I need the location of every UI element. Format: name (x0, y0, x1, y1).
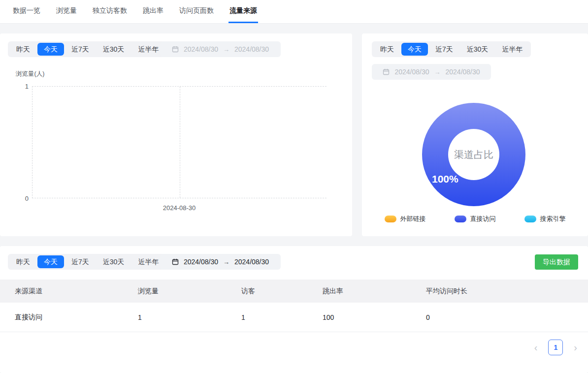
date-range-picker-left[interactable]: 2024/08/30 → 2024/08/30 (160, 41, 281, 57)
channel-share-panel: 昨天 今天 近7天 近30天 近半年 2024/08/30 → 2024/08/… (362, 33, 588, 236)
donut-center: 渠道占比 (448, 129, 499, 180)
legend-swatch-cyan (524, 216, 536, 222)
pageviews-chart-panel: 昨天 今天 近7天 近30天 近半年 2024/08/30 → 2024/08/… (0, 33, 352, 236)
donut-legend: 外部链接 直接访问 搜索引擎 (362, 215, 588, 223)
filter-yesterday[interactable]: 昨天 (10, 255, 36, 268)
col-header-views: 浏览量 (138, 287, 241, 296)
filter-last7days[interactable]: 近7天 (429, 43, 459, 56)
filter-last7days[interactable]: 近7天 (65, 43, 96, 56)
line-chart-plot-area (32, 86, 327, 198)
export-data-button[interactable]: 导出数据 (535, 254, 578, 270)
date-arrow-icon: → (223, 46, 229, 53)
date-range-picker-bottom[interactable]: 2024/08/30 → 2024/08/30 (160, 254, 281, 270)
cell-avg-duration: 0 (426, 313, 588, 321)
legend-label: 直接访问 (470, 215, 496, 223)
x-gridline (180, 87, 180, 198)
date-range-picker-right[interactable]: 2024/08/30 → 2024/08/30 (372, 64, 491, 80)
filter-yesterday[interactable]: 昨天 (374, 43, 400, 56)
date-arrow-icon: → (434, 68, 441, 76)
top-tabbar: 数据一览 浏览量 独立访客数 跳出率 访问页面数 流量来源 (0, 0, 588, 24)
donut-slice-value: 100% (432, 173, 458, 185)
filter-last30days[interactable]: 近30天 (97, 255, 131, 268)
filter-yesterday[interactable]: 昨天 (10, 43, 36, 56)
cell-bounce-rate: 100 (323, 313, 426, 321)
filter-today[interactable]: 今天 (401, 43, 428, 56)
tab-bounce-rate[interactable]: 跳出率 (142, 0, 164, 23)
calendar-icon (172, 258, 179, 265)
legend-swatch-blue (455, 216, 466, 222)
tab-traffic-source[interactable]: 流量来源 (229, 0, 258, 23)
filter-last30days[interactable]: 近30天 (460, 43, 495, 56)
y-tick-min: 0 (9, 195, 29, 202)
legend-item-external-links[interactable]: 外部链接 (385, 215, 426, 223)
y-axis-title: 浏览量(人) (16, 70, 44, 78)
date-end: 2024/08/30 (234, 45, 269, 53)
col-header-visitors: 访客 (241, 287, 323, 296)
legend-label: 外部链接 (400, 215, 426, 223)
next-page-icon[interactable]: › (574, 342, 577, 352)
source-channel-table: 来源渠道 浏览量 访客 跳出率 平均访问时长 直接访问 1 1 100 0 (0, 280, 588, 332)
tab-pageviews[interactable]: 浏览量 (55, 0, 78, 23)
tab-unique-visitors[interactable]: 独立访客数 (92, 0, 128, 23)
cell-views: 1 (138, 313, 241, 321)
calendar-icon (383, 68, 390, 75)
filter-today[interactable]: 今天 (37, 255, 64, 268)
date-filter-group-left: 昨天 今天 近7天 近30天 近半年 (8, 41, 167, 57)
legend-item-search-engine[interactable]: 搜索引擎 (524, 215, 566, 223)
date-filter-group-right: 昨天 今天 近7天 近30天 近半年 (372, 41, 531, 57)
legend-label: 搜索引擎 (540, 215, 566, 223)
source-channel-table-panel: 昨天 今天 近7天 近30天 近半年 2024/08/30 → 2024/08/… (0, 246, 588, 373)
date-start: 2024/08/30 (184, 45, 218, 53)
prev-page-icon[interactable]: ‹ (534, 342, 538, 352)
x-axis-tick-label: 2024-08-30 (32, 204, 327, 212)
table-row[interactable]: 直接访问 1 1 100 0 (0, 303, 588, 332)
filter-last7days[interactable]: 近7天 (65, 255, 96, 268)
tab-data-overview[interactable]: 数据一览 (12, 0, 41, 23)
date-end: 2024/08/30 (446, 68, 480, 76)
pagination: ‹ 1 › (534, 340, 577, 355)
y-tick-max: 1 (9, 83, 29, 90)
filter-today[interactable]: 今天 (37, 43, 64, 56)
tab-pages-visited[interactable]: 访问页面数 (178, 0, 215, 23)
legend-item-direct-visit[interactable]: 直接访问 (455, 215, 496, 223)
filter-last30days[interactable]: 近30天 (97, 43, 131, 56)
cell-visitors: 1 (241, 313, 323, 321)
page-number-button[interactable]: 1 (548, 340, 563, 355)
date-start: 2024/08/30 (184, 258, 218, 266)
date-end: 2024/08/30 (234, 258, 269, 266)
date-start: 2024/08/30 (394, 68, 429, 76)
legend-swatch-orange (385, 216, 396, 222)
cell-channel: 直接访问 (15, 313, 138, 322)
date-filter-group-bottom: 昨天 今天 近7天 近30天 近半年 (8, 254, 167, 270)
filter-half-year[interactable]: 近半年 (495, 43, 529, 56)
donut-chart: 渠道占比 100% (422, 103, 525, 206)
table-header-row: 来源渠道 浏览量 访客 跳出率 平均访问时长 (0, 280, 588, 303)
col-header-channel: 来源渠道 (15, 287, 138, 296)
date-arrow-icon: → (223, 258, 229, 266)
calendar-icon (172, 46, 179, 53)
col-header-bounce-rate: 跳出率 (323, 287, 426, 296)
donut-center-label: 渠道占比 (454, 148, 493, 161)
col-header-avg-duration: 平均访问时长 (426, 287, 588, 296)
